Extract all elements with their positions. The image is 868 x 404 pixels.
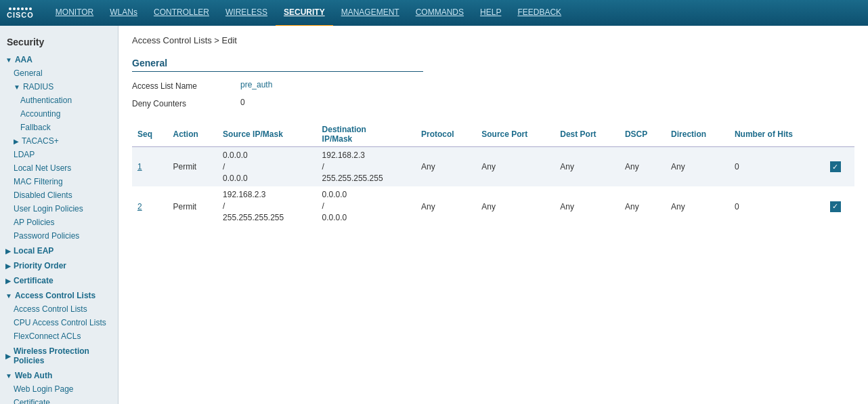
sidebar-item-cpu-acl[interactable]: CPU Access Control Lists [0,316,118,329]
page-layout: Security ▼ AAA General ▼ RADIUS Authenti… [0,26,868,404]
sidebar-section-priority-order: ▶ Priority Order [0,259,118,272]
cell-dest-port: Any [555,147,620,187]
sidebar-item-access-control-lists[interactable]: Access Control Lists [0,302,118,316]
nav-commands[interactable]: COMMANDS [408,0,472,27]
sidebar-item-web-login-page[interactable]: Web Login Page [0,382,118,396]
sidebar-item-ldap[interactable]: LDAP [0,148,118,161]
col-dest-port: Dest Port [555,122,620,147]
nav-monitor[interactable]: MONITOR [47,0,102,27]
sidebar-section-aaa: ▼ AAA General ▼ RADIUS Authentication Ac… [0,53,118,243]
wireless-protection-arrow-icon: ▶ [5,352,11,360]
sidebar-item-mac-filtering[interactable]: MAC Filtering [0,175,118,188]
field-label-access-list-name: Access List Name [132,80,240,91]
field-value-deny-counters: 0 [240,98,245,107]
sidebar-section-web-auth: ▼ Web Auth Web Login Page Certificate [0,369,118,404]
form-row-name: Access List Name pre_auth [132,80,854,91]
cell-checkbox[interactable] [825,186,854,226]
cell-protocol: Any [416,186,476,226]
sidebar-header-acl[interactable]: ▼ Access Control Lists [0,289,118,302]
sidebar-section-certificate: ▶ Certificate [0,274,118,287]
section-title-general: General [132,58,423,72]
nav-management[interactable]: MANAGEMENT [333,0,408,27]
cell-hits: 0 [729,147,825,187]
sidebar: Security ▼ AAA General ▼ RADIUS Authenti… [0,26,118,404]
acl-label: Access Control Lists [15,291,95,300]
wireless-protection-label: Wireless Protection Policies [14,346,112,365]
sidebar-item-web-auth-certificate[interactable]: Certificate [0,396,118,404]
cell-seq[interactable]: 1 [132,147,167,187]
sidebar-item-flexconnect-acls[interactable]: FlexConnect ACLs [0,329,118,343]
cell-direction: Any [666,186,729,226]
sidebar-item-fallback[interactable]: Fallback [0,121,118,134]
acl-table: Seq Action Source IP/Mask DestinationIP/… [132,122,854,226]
priority-order-label: Priority Order [14,261,66,270]
main-content: Access Control Lists > Edit General Acce… [118,26,868,404]
nav-wlans[interactable]: WLANs [102,0,146,27]
sidebar-header-local-eap[interactable]: ▶ Local EAP [0,244,118,258]
nav-controller[interactable]: CONTROLLER [146,0,217,27]
col-checkbox [825,122,854,147]
cell-source-ip: 0.0.0.0/0.0.0.0 [217,147,316,187]
cell-seq[interactable]: 2 [132,186,167,226]
table-header-row: Seq Action Source IP/Mask DestinationIP/… [132,122,854,147]
cell-direction: Any [666,147,729,187]
priority-order-arrow-icon: ▶ [5,262,11,270]
sidebar-section-local-eap: ▶ Local EAP [0,244,118,258]
sidebar-item-disabled-clients[interactable]: Disabled Clients [0,188,118,202]
cell-dest-ip: 192.168.2.3/255.255.255.255 [317,147,416,187]
col-seq: Seq [132,122,167,147]
cell-hits: 0 [729,186,825,226]
col-dest-ip: DestinationIP/Mask [317,122,416,147]
cell-dest-ip: 0.0.0.0/0.0.0.0 [317,186,416,226]
aaa-arrow-icon: ▼ [5,56,12,64]
table-row: 2Permit192.168.2.3/255.255.255.2550.0.0.… [132,186,854,226]
form-row-deny-counters: Deny Counters 0 [132,98,854,108]
sidebar-item-password-policies[interactable]: Password Policies [0,229,118,243]
sidebar-item-local-net-users[interactable]: Local Net Users [0,161,118,175]
sidebar-item-user-login-policies[interactable]: User Login Policies [0,202,118,216]
nav-security[interactable]: SECURITY [276,0,333,27]
local-eap-label: Local EAP [14,246,53,256]
sidebar-header-aaa[interactable]: ▼ AAA [0,53,118,66]
checkbox-checked-icon[interactable] [830,201,841,212]
local-eap-arrow-icon: ▶ [5,247,11,255]
col-direction: Direction [666,122,729,147]
cisco-logo: CISCO [7,7,34,19]
sidebar-item-accounting[interactable]: Accounting [0,107,118,121]
sidebar-header-certificate[interactable]: ▶ Certificate [0,274,118,287]
cell-source-port: Any [476,147,555,187]
logo-text: CISCO [7,11,34,19]
col-source-ip: Source IP/Mask [217,122,316,147]
acl-arrow-icon: ▼ [5,292,12,300]
tacacs-label: TACACS+ [22,136,59,146]
cell-checkbox[interactable] [825,147,854,187]
radius-label: RADIUS [23,82,53,92]
cell-dscp: Any [620,186,666,226]
cell-protocol: Any [416,147,476,187]
sidebar-header-wireless-protection[interactable]: ▶ Wireless Protection Policies [0,344,118,367]
sidebar-item-authentication[interactable]: Authentication [0,94,118,107]
col-source-port: Source Port [476,122,555,147]
checkbox-checked-icon[interactable] [830,161,841,172]
sidebar-header-radius[interactable]: ▼ RADIUS [0,80,118,94]
nav-wireless[interactable]: WIRELESS [217,0,276,27]
sidebar-item-general[interactable]: General [0,66,118,80]
nav-help[interactable]: HELP [472,0,509,27]
sidebar-item-ap-policies[interactable]: AP Policies [0,216,118,229]
col-protocol: Protocol [416,122,476,147]
field-value-access-list-name: pre_auth [240,80,272,89]
breadcrumb: Access Control Lists > Edit [132,35,854,45]
sidebar-header-tacacs[interactable]: ▶ TACACS+ [0,134,118,148]
field-label-deny-counters: Deny Counters [132,98,240,108]
radius-arrow-icon: ▼ [14,83,20,91]
certificate-arrow-icon: ▶ [5,277,11,285]
cell-source-port: Any [476,186,555,226]
sidebar-header-web-auth[interactable]: ▼ Web Auth [0,369,118,382]
table-row: 1Permit0.0.0.0/0.0.0.0192.168.2.3/255.25… [132,147,854,187]
col-hits: Number of Hits [729,122,825,147]
cell-action: Permit [167,186,217,226]
sidebar-header-priority-order[interactable]: ▶ Priority Order [0,259,118,272]
nav-feedback[interactable]: FEEDBACK [509,0,569,27]
top-nav-bar: CISCO MONITOR WLANs CONTROLLER WIRELESS … [0,0,868,26]
cell-dest-port: Any [555,186,620,226]
